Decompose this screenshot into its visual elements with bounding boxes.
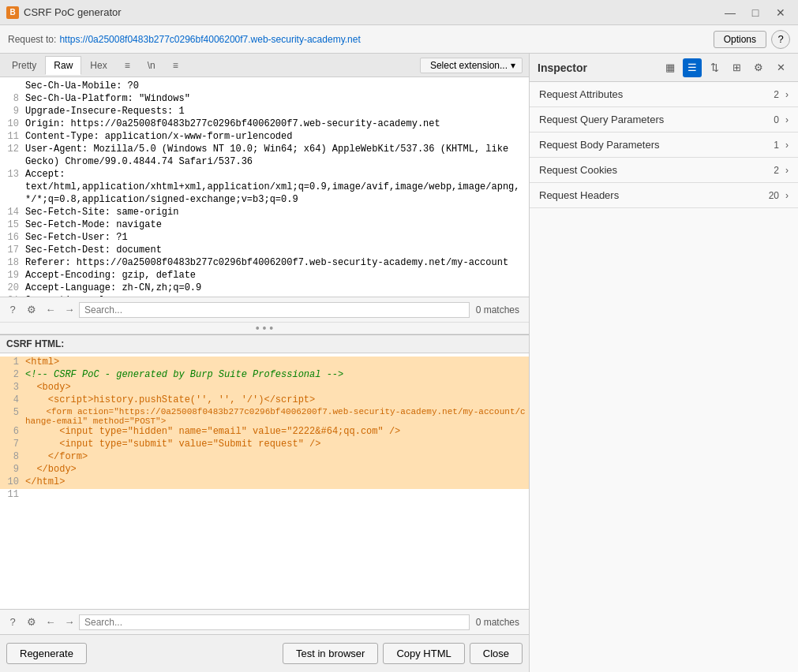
inspector-section-cookies[interactable]: Request Cookies 2 › xyxy=(530,158,798,183)
options-button[interactable]: Options xyxy=(714,31,766,48)
request-bar: Request to: https://0a25008f0483b277c029… xyxy=(0,25,798,54)
tab-newline[interactable]: \n xyxy=(139,56,164,75)
cookies-label: Request Cookies xyxy=(539,164,774,176)
bottom-search-bar: ? ⚙ ← → 0 matches xyxy=(0,609,529,634)
tab-raw[interactable]: Raw xyxy=(45,56,81,75)
code-line: 8 Sec-Ch-Ua-Platform: "Windows" xyxy=(0,93,529,106)
bottom-settings-button[interactable]: ⚙ xyxy=(22,613,41,632)
bottom-next-button[interactable]: → xyxy=(60,613,79,632)
csrf-code-line: 6 <input type="hidden" name="email" valu… xyxy=(0,426,529,439)
close-window-button[interactable]: ✕ xyxy=(770,3,792,22)
code-line: 9 Upgrade-Insecure-Requests: 1 xyxy=(0,106,529,118)
bottom-matches-count: 0 matches xyxy=(470,617,526,628)
minimize-button[interactable]: — xyxy=(719,3,741,22)
inspector-section-query-params[interactable]: Request Query Parameters 0 › xyxy=(530,107,798,133)
code-line: 16 Sec-Fetch-User: ?1 xyxy=(0,232,529,245)
query-params-label: Request Query Parameters xyxy=(539,114,774,125)
bottom-help-button[interactable]: ? xyxy=(3,613,22,632)
csrf-code-line: 5 <form action="https://0a25008f0483b277… xyxy=(0,407,529,426)
chevron-right-icon: › xyxy=(785,89,789,100)
help-button[interactable]: ? xyxy=(771,30,790,49)
code-line: 11 Content-Type: application/x-www-form-… xyxy=(0,131,529,144)
inspector-grid-view-button[interactable]: ▦ xyxy=(661,58,680,77)
code-line: 13 Accept: xyxy=(0,169,529,181)
tab-hex[interactable]: Hex xyxy=(81,56,115,75)
request-attributes-label: Request Attributes xyxy=(539,88,774,100)
top-search-bar: ? ⚙ ← → 0 matches xyxy=(0,297,529,322)
maximize-button[interactable]: □ xyxy=(744,3,766,22)
csrf-code-line: 11 xyxy=(0,489,529,502)
code-line: 12 User-Agent: Mozilla/5.0 (Windows NT 1… xyxy=(0,144,529,156)
close-button[interactable]: Close xyxy=(470,643,523,664)
bottom-search-input[interactable] xyxy=(79,614,470,630)
csrf-code-line: 10 </html> xyxy=(0,476,529,489)
inspector-toolbar: ▦ ☰ ⇅ ⊞ ⚙ ✕ xyxy=(661,58,790,77)
csrf-code-line: 7 <input type="submit" value="Submit req… xyxy=(0,439,529,451)
copy-html-button[interactable]: Copy HTML xyxy=(383,643,464,664)
code-line: 17 Sec-Fetch-Dest: document xyxy=(0,245,529,257)
inspector-section-request-attributes[interactable]: Request Attributes 2 › xyxy=(530,82,798,107)
bottom-buttons: Regenerate Test in browser Copy HTML Clo… xyxy=(0,634,529,672)
inspector-section-body-params[interactable]: Request Body Parameters 1 › xyxy=(530,133,798,158)
chevron-right-icon: › xyxy=(785,114,789,125)
tab-list[interactable]: ≡ xyxy=(116,56,139,75)
inspector-section-headers[interactable]: Request Headers 20 › xyxy=(530,183,798,208)
top-search-input[interactable] xyxy=(79,302,470,318)
left-panel: Pretty Raw Hex ≡ \n ≡ Select extension..… xyxy=(0,54,530,672)
code-line: 14 Sec-Fetch-Site: same-origin xyxy=(0,207,529,219)
code-line: */*;q=0.8,application/signed-exchange;v=… xyxy=(0,194,529,207)
inspector-split-button[interactable]: ⊞ xyxy=(727,58,746,77)
code-line: Gecko) Chrome/99.0.4844.74 Safari/537.36 xyxy=(0,156,529,169)
search-settings-button[interactable]: ⚙ xyxy=(22,301,41,319)
query-params-count: 0 xyxy=(774,114,779,125)
csrf-code-line: 8 </form> xyxy=(0,451,529,464)
inspector-panel: Inspector ▦ ☰ ⇅ ⊞ ⚙ ✕ Request Attributes… xyxy=(530,54,798,672)
request-url: https://0a25008f0483b277c0296bf4006200f7… xyxy=(59,34,713,45)
headers-count: 20 xyxy=(769,190,779,201)
csrf-code-line: 1 <html> xyxy=(0,357,529,369)
title-bar: B CSRF PoC generator — □ ✕ xyxy=(0,0,798,25)
chevron-right-icon: › xyxy=(785,165,789,176)
code-line: 19 Accept-Encoding: gzip, deflate xyxy=(0,270,529,282)
code-line: 18 Referer: https://0a25008f0483b277c029… xyxy=(0,257,529,270)
cookies-count: 2 xyxy=(774,165,779,176)
inspector-settings-button[interactable]: ⚙ xyxy=(749,58,768,77)
regenerate-button[interactable]: Regenerate xyxy=(6,643,87,664)
body-params-label: Request Body Parameters xyxy=(539,139,774,151)
section-divider[interactable]: • • • xyxy=(0,322,529,334)
inspector-close-button[interactable]: ✕ xyxy=(771,58,790,77)
code-line: text/html,application/xhtml+xml,applicat… xyxy=(0,181,529,194)
inspector-list-view-button[interactable]: ☰ xyxy=(683,58,702,77)
inspector-title: Inspector xyxy=(538,62,661,74)
window-controls: — □ ✕ xyxy=(719,3,792,22)
request-attributes-count: 2 xyxy=(774,89,779,100)
code-line: 20 Accept-Language: zh-CN,zh;q=0.9 xyxy=(0,282,529,295)
bottom-prev-button[interactable]: ← xyxy=(41,613,60,632)
request-code-area[interactable]: Sec-Ch-Ua-Mobile: ?0 8 Sec-Ch-Ua-Platfor… xyxy=(0,77,529,297)
chevron-right-icon: › xyxy=(785,190,789,201)
tab-bar: Pretty Raw Hex ≡ \n ≡ Select extension..… xyxy=(0,54,529,77)
code-line: 10 Origin: https://0a25008f0483b277c0296… xyxy=(0,118,529,131)
tab-wrap[interactable]: ≡ xyxy=(164,56,187,75)
csrf-code-area[interactable]: 1 <html> 2 <!-- CSRF PoC - generated by … xyxy=(0,353,529,609)
window-title: CSRF PoC generator xyxy=(24,6,719,18)
csrf-section: CSRF HTML: 1 <html> 2 <!-- CSRF PoC - ge… xyxy=(0,334,529,634)
search-prev-button[interactable]: ← xyxy=(41,301,60,319)
chevron-down-icon: ▾ xyxy=(511,60,515,71)
code-line: 15 Sec-Fetch-Mode: navigate xyxy=(0,219,529,232)
headers-label: Request Headers xyxy=(539,189,769,201)
app-icon: B xyxy=(6,6,19,19)
search-next-button[interactable]: → xyxy=(60,301,79,319)
help-search-button[interactable]: ? xyxy=(3,301,22,319)
select-extension-dropdown[interactable]: Select extension... ▾ xyxy=(420,58,523,73)
inspector-sort-button[interactable]: ⇅ xyxy=(705,58,724,77)
test-in-browser-button[interactable]: Test in browser xyxy=(283,643,378,664)
csrf-code-line: 4 <script>history.pushState('', '', '/')… xyxy=(0,394,529,407)
csrf-label: CSRF HTML: xyxy=(0,335,529,353)
body-params-count: 1 xyxy=(774,140,779,151)
select-extension-label: Select extension... xyxy=(430,60,508,71)
tab-pretty[interactable]: Pretty xyxy=(3,56,45,75)
csrf-code-line: 3 <body> xyxy=(0,382,529,394)
csrf-code-line: 2 <!-- CSRF PoC - generated by Burp Suit… xyxy=(0,369,529,382)
chevron-right-icon: › xyxy=(785,140,789,151)
